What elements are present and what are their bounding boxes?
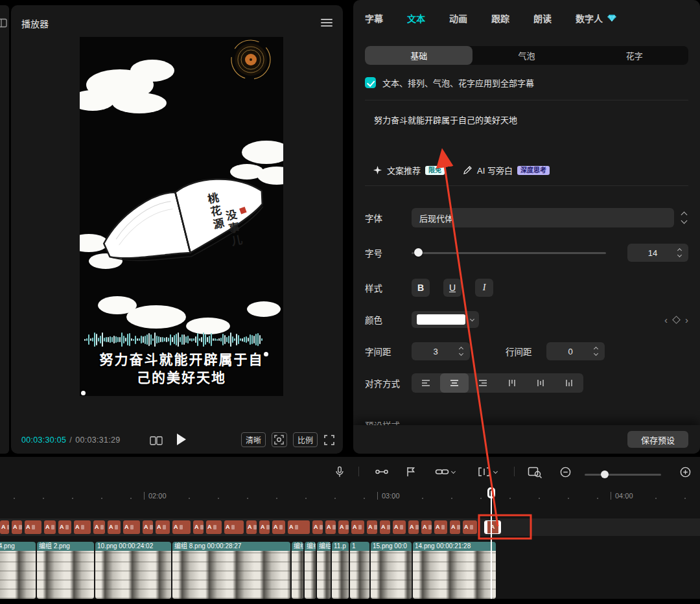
subtitle-text-input[interactable]: 努力奋斗就能开辟属于自己的美好天地 [374,114,679,127]
zoom-in-button[interactable] [677,463,694,480]
video-clip[interactable]: 14.png 00:00:21:28 [413,542,496,599]
video-clip[interactable]: 编组 [292,542,303,599]
italic-button[interactable]: I [475,279,493,297]
letter-spacing-stepper[interactable] [456,347,465,355]
preview-axis-button[interactable] [526,463,544,480]
subtitle-clip[interactable]: A [463,520,477,534]
font-stepper[interactable] [679,213,688,223]
subtitle-clip[interactable]: A [143,520,153,534]
tab-字幕[interactable]: 字幕 [365,12,383,25]
collapse-panel-icon[interactable] [0,18,8,28]
link-clips-button[interactable] [432,463,458,480]
zoom-out-button[interactable] [557,463,574,480]
save-preset-button[interactable]: 保存预设 [627,431,688,448]
subtitle-clip[interactable]: A [12,520,22,534]
record-audio-button[interactable] [331,463,348,480]
subtitle-clip[interactable]: A [259,520,270,534]
subtitle-clip[interactable]: A [351,520,364,534]
subtitle-clip[interactable]: A [0,520,9,534]
video-clip[interactable]: 编组 [317,542,331,599]
keyframe-diamond-icon[interactable] [672,316,681,324]
video-clip[interactable]: 11.p [332,542,349,599]
subtitle-clip[interactable]: A [380,520,390,534]
subtitle-clip[interactable]: A [393,520,406,534]
subtitle-clip[interactable]: A [272,520,285,534]
snap-button[interactable] [474,463,500,480]
subtitle-clip[interactable]: A [434,520,447,534]
clip-trim-handle-left[interactable] [485,521,487,533]
tab-数字人[interactable]: 数字人 [576,12,616,25]
video-track[interactable]: 编组 4.png编组 2.png10.png 00:00:24:02编组 8.p… [0,542,700,599]
subtitle-clip[interactable]: A [288,520,310,534]
subtitle-clip[interactable]: A [25,520,41,534]
line-spacing-stepper[interactable] [591,347,600,355]
align-right-button[interactable] [469,373,497,393]
color-picker[interactable] [412,311,479,328]
textbox-handle[interactable] [81,391,86,395]
textbox-handle[interactable] [264,352,268,356]
quality-button[interactable]: 清晰 [241,432,266,447]
stepper-down-icon[interactable] [681,218,687,224]
letter-spacing-input[interactable]: 3 [412,342,470,360]
subtitle-clip[interactable]: A [193,520,204,534]
video-clip[interactable]: 编组 4.png [0,542,36,599]
stepper-down-icon[interactable] [677,253,681,257]
beat-mark-button[interactable] [373,463,390,480]
subtitle-clip[interactable]: A [123,520,140,534]
subtab-气泡[interactable]: 气泡 [472,46,580,65]
subtitle-track[interactable]: AAAAAAAAAAAAAAAAAAAAAAAAAAAAAAAA [0,518,700,536]
focus-button[interactable] [272,432,287,447]
preview-subtitle-textbox[interactable]: 努力奋斗就能开辟属于自 己的美好天地 [80,351,283,387]
font-size-input[interactable]: 14 [627,244,688,262]
bold-button[interactable]: B [412,279,430,297]
stepper-down-icon[interactable] [593,351,598,356]
video-clip[interactable]: 编组 [305,542,316,599]
align-vertical-bottom-button[interactable] [555,373,583,393]
subtitle-clip[interactable]: A [172,520,191,534]
color-swatch[interactable] [417,314,465,325]
subtitle-clip[interactable]: A [312,520,323,534]
align-vertical-middle-button[interactable] [526,373,555,393]
subtitle-clip[interactable]: A [93,520,105,534]
tab-文本[interactable]: 文本 [407,12,425,25]
align-center-button[interactable] [440,373,469,393]
subtitle-clip[interactable]: A [338,520,349,534]
align-vertical-top-button[interactable] [498,373,526,393]
subtitle-clip[interactable]: A [58,520,71,534]
subtitle-clip[interactable]: A [156,520,170,534]
tab-朗读[interactable]: 朗读 [533,12,552,25]
line-spacing-input[interactable]: 0 [546,342,605,360]
tab-动画[interactable]: 动画 [449,12,467,25]
subtitle-clip[interactable]: A [224,520,244,534]
subtitle-clip[interactable]: A [408,520,419,534]
stepper-down-icon[interactable] [458,351,463,356]
next-keyframe-icon[interactable]: › [685,315,688,325]
underline-button[interactable]: U [443,279,461,297]
clip-trim-handle-right[interactable] [498,521,501,533]
subtitle-clip[interactable]: A [206,520,222,534]
play-button[interactable] [177,434,186,445]
subtitle-clip[interactable]: A [74,520,91,534]
slider-knob[interactable] [601,470,609,478]
subtitle-clip[interactable]: A [367,520,377,534]
apply-all-checkbox[interactable] [365,77,376,88]
video-clip[interactable]: 15.png 00:0 [371,542,412,599]
slider-knob[interactable] [414,248,423,257]
subtab-花字[interactable]: 花字 [581,46,688,65]
subtitle-clip[interactable]: A [44,520,56,534]
subtab-基础[interactable]: 基础 [365,46,472,65]
align-left-button[interactable] [412,373,440,393]
copy-recommend-button[interactable]: 文案推荐 [387,164,421,176]
ai-voiceover-button[interactable]: AI 写旁白 [477,164,513,176]
fullscreen-button[interactable] [323,434,335,446]
timeline-zoom-slider[interactable] [585,470,661,478]
subtitle-clip[interactable]: A [450,520,460,534]
video-clip[interactable]: 1 [350,542,369,599]
video-clip[interactable]: 编组 8.png 00:00:28:27 [172,542,290,599]
subtitle-clip[interactable]: A [108,520,121,534]
subtitle-clip[interactable]: A [421,520,432,534]
subtitle-clip[interactable]: A [325,520,336,534]
player-menu-icon[interactable] [321,19,332,27]
split-view-icon[interactable] [150,436,163,446]
video-preview[interactable]: 桃花源 没事儿 努力奋斗就能开辟属于自 己的美好天地 [80,37,283,396]
